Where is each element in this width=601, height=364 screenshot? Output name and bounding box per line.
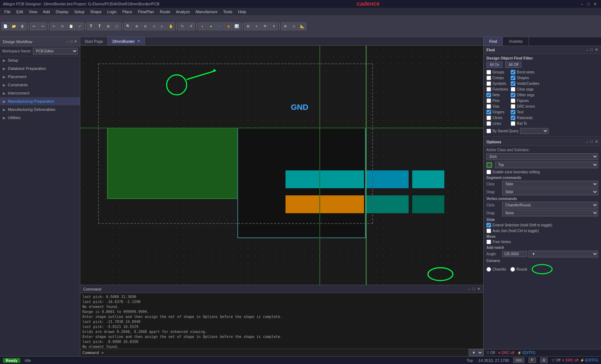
tb-green-circle[interactable]: ● [207, 22, 215, 30]
opts-restore[interactable]: □ [590, 139, 593, 144]
workflow-item-constraints[interactable]: ▶ Constraints [0, 81, 80, 89]
p-btn[interactable]: P [529, 358, 536, 363]
menu-flowplan[interactable]: FlowPlan [135, 9, 157, 15]
workflow-item-interconnect[interactable]: ▶ Interconnect [0, 89, 80, 97]
menu-place[interactable]: Place [120, 9, 135, 15]
menu-manufacture[interactable]: Manufacture [193, 9, 220, 15]
chamfer-radio[interactable] [486, 267, 491, 272]
round-radio[interactable] [510, 267, 515, 272]
tb-eye[interactable]: 👁 [261, 22, 269, 30]
tb-new[interactable]: 📄 [1, 22, 9, 30]
all-on-btn[interactable]: All On [486, 62, 502, 68]
tb-move[interactable]: ⤢ [76, 22, 84, 30]
workflow-item-mfg-prep[interactable]: ▶ Manufacturing Preparation [0, 97, 80, 106]
tb-chart[interactable]: 📊 [233, 22, 241, 30]
tb-drc[interactable]: ⚠ [290, 22, 298, 30]
tb-refresh2[interactable]: ↺ [187, 22, 195, 30]
angle-unit-select[interactable]: ▼ [529, 251, 598, 257]
tb-grid[interactable]: ⊞ [244, 22, 252, 30]
find-minimize[interactable]: – [586, 47, 588, 52]
tab-find[interactable]: Find [484, 37, 503, 46]
menu-setup[interactable]: Setup [71, 9, 87, 15]
menu-view[interactable]: View [26, 9, 40, 15]
cmd-close[interactable]: ✕ [477, 287, 480, 291]
menu-logic[interactable]: Logic [105, 9, 120, 15]
menu-add[interactable]: Add [40, 9, 53, 15]
workflow-item-setup[interactable]: ▶ Setup [0, 56, 80, 65]
command-dropdown[interactable]: ▼ [469, 349, 483, 356]
subclass-select[interactable]: Top [495, 162, 598, 168]
tb-cut[interactable]: ✂ [50, 22, 58, 30]
command-input[interactable] [106, 349, 469, 356]
angle-input[interactable] [502, 251, 527, 257]
tb-measure[interactable]: 📐 [298, 22, 306, 30]
tb-sun[interactable]: ☀ [270, 22, 278, 30]
tb-refresh[interactable]: ↻ [178, 22, 186, 30]
vtx-click-select[interactable]: Chamfer/Round [502, 202, 598, 209]
unit-btn[interactable]: mm [513, 358, 524, 363]
opts-close[interactable]: ✕ [595, 139, 598, 144]
menu-shape[interactable]: Shape [87, 9, 105, 15]
menu-tools[interactable]: Tools [220, 9, 235, 15]
find-close[interactable]: ✕ [595, 47, 598, 52]
tb-half-circle[interactable]: ◑ [224, 22, 232, 30]
tb-text2[interactable]: T [96, 22, 103, 30]
tb-delete[interactable]: 🗑 [19, 22, 26, 30]
tb-blue-circle[interactable]: ● [216, 22, 223, 30]
tb-pan[interactable]: ✋ [167, 22, 175, 30]
maximize-btn[interactable]: □ [586, 2, 591, 6]
tab-start-page[interactable]: Start Page [80, 37, 108, 45]
menu-display[interactable]: Display [53, 9, 71, 15]
a-btn[interactable]: A [540, 358, 548, 363]
menu-route[interactable]: Route [157, 9, 173, 15]
dw-minimize[interactable]: – [66, 39, 69, 44]
extend-selection-checkbox[interactable] [486, 223, 491, 227]
find-restore[interactable]: □ [590, 47, 593, 52]
tb-zoom-out[interactable]: ⊖ [141, 22, 149, 30]
tb-copy[interactable]: ⎘ [59, 22, 66, 30]
opts-minimize[interactable]: – [586, 139, 588, 144]
minimize-btn[interactable]: – [580, 2, 585, 6]
saved-query-select[interactable] [520, 128, 549, 134]
workflow-item-utilities[interactable]: ▶ Utilities [0, 114, 80, 122]
tb-shape[interactable]: ⬡ [113, 22, 121, 30]
tab-close-icon[interactable]: ✕ [137, 39, 140, 43]
seg-click-select[interactable]: Slide [502, 181, 598, 188]
workflow-item-db[interactable]: ▶ Database Preparation [0, 65, 80, 73]
dw-restore[interactable]: □ [70, 39, 72, 44]
menu-help[interactable]: Help [235, 9, 249, 15]
class-select[interactable]: Etch [486, 153, 598, 160]
tb-zoom-fit[interactable]: ⊕ [133, 22, 141, 30]
workflow-item-placement[interactable]: ▶ Placement [0, 73, 80, 81]
pcb-canvas[interactable]: GND GND GND J2 DIN1 3BPM [80, 46, 483, 285]
tb-zoom-next[interactable]: ▷ [158, 22, 166, 30]
tab-18mm-border[interactable]: 18mmBorder ✕ [108, 37, 145, 45]
tb-red-circle[interactable]: ● [198, 22, 206, 30]
close-btn[interactable]: ✕ [592, 2, 598, 6]
menu-edit[interactable]: Edit [14, 9, 26, 15]
workflow-item-mfg-del[interactable]: ▶ Manufacturing Deliverables [0, 106, 80, 114]
tb-paste[interactable]: 📋 [67, 22, 75, 30]
auto-join-checkbox[interactable] [486, 229, 491, 233]
tb-redo[interactable]: ↪ [39, 22, 46, 30]
check-by-saved-query[interactable] [486, 129, 491, 133]
tb-zoom-in[interactable]: 🔍 [124, 22, 132, 30]
all-off-btn[interactable]: All Off [505, 62, 521, 68]
tb-text3[interactable]: ⊞ [104, 22, 112, 30]
tb-undo[interactable]: ↩ [30, 22, 38, 30]
menu-file[interactable]: File [1, 9, 14, 15]
cmd-minimize[interactable]: – [468, 287, 470, 291]
tb-zoom-prev[interactable]: ◁ [150, 22, 158, 30]
cmd-restore[interactable]: □ [473, 287, 475, 291]
tb-text[interactable]: T [87, 22, 95, 30]
vtx-drag-select[interactable]: None [502, 210, 598, 216]
enable-zone-checkbox[interactable] [486, 170, 491, 174]
tb-layers[interactable]: ≡ [253, 22, 261, 30]
tab-visibility[interactable]: Visibility [503, 37, 529, 46]
workspace-select[interactable]: PCB Editor [33, 48, 78, 55]
dw-close[interactable]: ✕ [74, 39, 77, 44]
free-vertex-checkbox[interactable] [486, 240, 491, 244]
seg-drag-select[interactable]: Slide [502, 189, 598, 195]
menu-analyze[interactable]: Analyze [173, 9, 193, 15]
tb-open[interactable]: 📂 [10, 22, 18, 30]
